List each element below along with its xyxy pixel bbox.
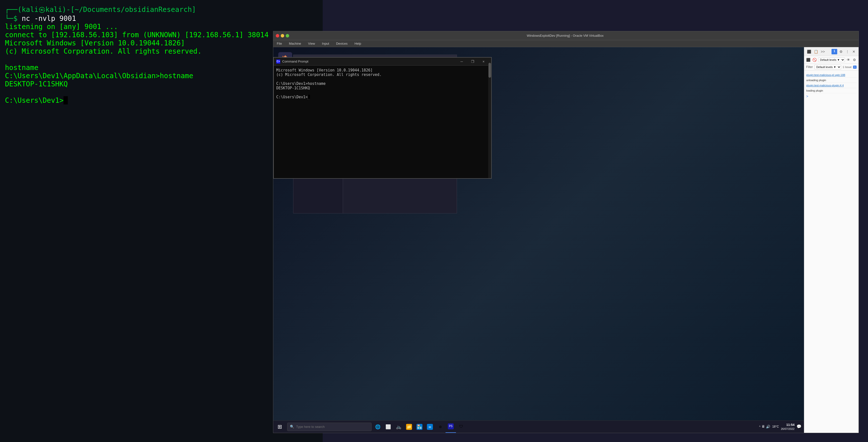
vbox-menu-help[interactable]: Help bbox=[353, 41, 363, 46]
cmd-titlebar: C> Command Prompt ─ ❐ × bbox=[274, 58, 491, 65]
taskbar-cortana-icon: 🌐 bbox=[375, 424, 381, 430]
taskbar-shield-icon: 🛡 bbox=[458, 424, 464, 430]
vbox-right-panel: ⬛ 📋 >> 1 ⚙ ⋮ ✕ ⬛ 🚫 Default levels ▼ 👁 ⚙ bbox=[804, 47, 859, 433]
vbox-titlebar: WindowsExploitDev [Running] - Oracle VM … bbox=[273, 31, 859, 40]
vbox-menubar: File Machine View Input Devices Help bbox=[273, 40, 859, 47]
taskbar-icon-powershell[interactable]: PS bbox=[445, 421, 456, 433]
cmd-title: Command Prompt bbox=[282, 60, 308, 63]
cmd-scrollbar-thumb[interactable] bbox=[489, 65, 491, 78]
vbox-menu-devices[interactable]: Devices bbox=[335, 41, 349, 46]
taskbar-icon-mail[interactable]: ✉ bbox=[425, 421, 435, 433]
vbox-tab-badge[interactable]: 1 bbox=[832, 49, 837, 54]
cmd-close-button[interactable]: × bbox=[478, 58, 489, 65]
vbox-menu-machine[interactable]: Machine bbox=[287, 41, 303, 46]
taskbar-bike-icon: 🚲 bbox=[396, 424, 402, 430]
cmd-scrollbar[interactable] bbox=[488, 65, 491, 178]
taskbar-explorer-icon: 📁 bbox=[406, 424, 412, 430]
vbox-content: 🏠 Home 📝 ⚙ 🔍 × About Core plu bbox=[273, 47, 859, 433]
vbox-log-entry-2: unloading plugin bbox=[806, 78, 857, 83]
vbox-eye-btn[interactable]: 👁 bbox=[846, 57, 851, 63]
taskbar-search-input[interactable] bbox=[296, 425, 369, 429]
vbox-view-btn-2[interactable]: 🚫 bbox=[812, 57, 817, 63]
taskbar-start-button[interactable]: ⊞ bbox=[273, 421, 286, 433]
vbox-filter-dropdown[interactable]: Default levels ▼ bbox=[814, 65, 841, 69]
cmd-titlebar-left: C> Command Prompt bbox=[276, 60, 308, 64]
win10-taskbar: ⊞ 🔍 🌐 ⬜ 🚲 📁 bbox=[273, 420, 804, 433]
taskbar-icon-taskview[interactable]: ⬜ bbox=[383, 421, 394, 433]
vbox-issue-badge: 1 bbox=[853, 65, 857, 69]
vbox-max-btn[interactable] bbox=[286, 34, 289, 37]
taskbar-icon-cortana[interactable]: 🌐 bbox=[373, 421, 383, 433]
taskbar-settings-icon: ⚙ bbox=[437, 424, 443, 430]
taskbar-icon-store[interactable]: 🏪 bbox=[414, 421, 425, 433]
vbox-right-btn-1[interactable]: ⬛ bbox=[806, 49, 812, 54]
taskbar-taskview-icon: ⬜ bbox=[385, 424, 391, 430]
taskbar-icon-shield[interactable]: 🛡 bbox=[456, 421, 466, 433]
vbox-right-close-btn[interactable]: ✕ bbox=[851, 49, 857, 54]
vbox-log-text-4: loading plugin bbox=[806, 89, 823, 92]
kali-terminal-content: ┌──(kali㉿kali)-[~/Documents/obsidianRese… bbox=[5, 5, 318, 104]
cmd-body[interactable]: Microsoft Windows [Version 10.0.19044.18… bbox=[274, 65, 491, 178]
vbox-right-gear-btn[interactable]: ⚙ bbox=[838, 49, 844, 54]
vbox-right-more-btn[interactable]: ⋮ bbox=[845, 49, 850, 54]
vbox-view-btn-1[interactable]: ⬛ bbox=[806, 57, 811, 63]
cmd-output: Microsoft Windows [Version 10.0.19044.18… bbox=[276, 68, 489, 99]
vbox-menu-file[interactable]: File bbox=[275, 41, 283, 46]
vbox-secondary-toolbar: ⬛ 🚫 Default levels ▼ 👁 ⚙ bbox=[804, 56, 859, 64]
vbox-menu-input[interactable]: Input bbox=[320, 41, 331, 46]
vbox-log-link-3[interactable]: plugin:test-malicious-plugin:4 4 bbox=[806, 84, 844, 87]
vbox-log-entry-3: plugin:test-malicious-plugin:4 4 bbox=[806, 83, 857, 88]
cmd-window[interactable]: C> Command Prompt ─ ❐ × Microsoft Window… bbox=[273, 57, 492, 179]
taskbar-right-area: ^ 🖥 🔊 18°C 11:54 26/07/2022 💬 bbox=[759, 423, 804, 431]
vbox-right-toolbar: ⬛ 📋 >> 1 ⚙ ⋮ ✕ bbox=[804, 47, 859, 56]
taskbar-chevron-icon[interactable]: ^ bbox=[759, 425, 761, 428]
taskbar-temperature: 18°C bbox=[772, 425, 779, 428]
vbox-min-btn[interactable] bbox=[281, 34, 284, 37]
vbox-filter-label: Filter bbox=[806, 65, 813, 69]
vbox-log-text-2: unloading plugin bbox=[806, 79, 826, 82]
vbox-title-text: WindowsExploitDev [Running] - Oracle VM … bbox=[289, 34, 841, 37]
vbox-right-log: plugin:test-malicious-pl ugin:188 unload… bbox=[804, 70, 859, 433]
taskbar-icon-settings[interactable]: ⚙ bbox=[435, 421, 445, 433]
vbox-right-btn-expand[interactable]: >> bbox=[820, 49, 826, 54]
taskbar-icon-explorer[interactable]: 📁 bbox=[404, 421, 414, 433]
taskbar-mail-icon: ✉ bbox=[427, 424, 433, 430]
vbox-window[interactable]: WindowsExploitDev [Running] - Oracle VM … bbox=[273, 31, 859, 433]
taskbar-date: 26/07/2022 bbox=[781, 427, 795, 431]
vbox-close-btn[interactable] bbox=[276, 34, 279, 37]
taskbar-search-icon: 🔍 bbox=[290, 424, 294, 429]
cmd-icon: C> bbox=[276, 60, 280, 64]
taskbar-powershell-icon: PS bbox=[448, 423, 454, 429]
taskbar-time: 11:54 bbox=[781, 423, 795, 427]
taskbar-notification-icon[interactable]: 💬 bbox=[797, 424, 802, 429]
vbox-log-entry-4: loading plugin bbox=[806, 88, 857, 93]
vbox-log-entry-1: plugin:test-malicious-pl ugin:188 bbox=[806, 72, 857, 78]
vbox-log-link-1[interactable]: plugin:test-malicious-pl ugin:188 bbox=[806, 73, 845, 76]
cmd-titlebar-controls: ─ ❐ × bbox=[457, 58, 489, 65]
taskbar-network-icon: 🖥 bbox=[762, 424, 765, 429]
taskbar-clock[interactable]: 11:54 26/07/2022 bbox=[781, 423, 795, 431]
taskbar-store-icon: 🏪 bbox=[416, 424, 423, 430]
vbox-levels-dropdown[interactable]: Default levels ▼ bbox=[818, 58, 845, 62]
taskbar-search-bar[interactable]: 🔍 bbox=[287, 423, 372, 431]
vbox-settings-btn[interactable]: ⚙ bbox=[852, 57, 857, 63]
vbox-menu-view[interactable]: View bbox=[307, 41, 316, 46]
vbox-right-btn-2[interactable]: 📋 bbox=[813, 49, 818, 54]
vbox-expand-icon[interactable]: > bbox=[806, 93, 857, 99]
taskbar-system-icons: ^ 🖥 🔊 bbox=[759, 424, 770, 429]
cmd-restore-button[interactable]: ❐ bbox=[467, 58, 478, 65]
vbox-issue-text: 1 Issue: bbox=[843, 65, 852, 68]
taskbar-sound-icon: 🔊 bbox=[766, 424, 770, 429]
cmd-minimize-button[interactable]: ─ bbox=[457, 58, 467, 65]
taskbar-icon-bike[interactable]: 🚲 bbox=[394, 421, 404, 433]
vbox-filter-bar: Filter Default levels ▼ 1 Issue: 1 bbox=[804, 64, 859, 70]
vm-display: 🏠 Home 📝 ⚙ 🔍 × About Core plu bbox=[273, 47, 804, 433]
